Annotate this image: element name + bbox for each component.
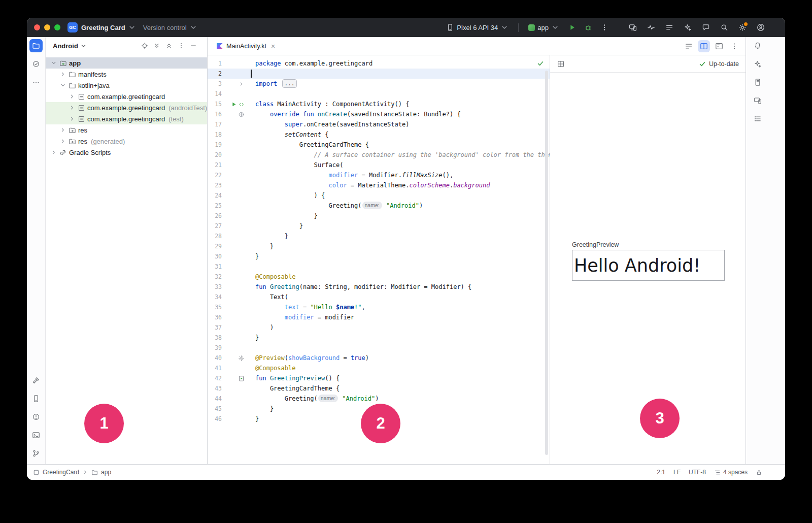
tab-mainactivity[interactable]: MainActivity.kt × — [212, 37, 280, 55]
code-view-button[interactable] — [683, 40, 695, 52]
line-separator[interactable]: LF — [673, 469, 681, 476]
build-button[interactable] — [29, 374, 43, 387]
breadcrumb-project[interactable]: GreetingCard — [43, 469, 79, 476]
minimize-button[interactable] — [44, 24, 50, 30]
search-button[interactable] — [717, 20, 731, 35]
code-line[interactable]: 25 Greeting(name: "Android") — [208, 201, 550, 211]
commit-button[interactable] — [29, 57, 43, 71]
run-button[interactable] — [565, 20, 579, 35]
debug-button[interactable] — [581, 20, 595, 35]
code-line[interactable]: 15class MainActivity : ComponentActivity… — [208, 99, 550, 109]
chevron-right-icon[interactable] — [69, 93, 76, 100]
assistant-button[interactable] — [751, 57, 764, 71]
code-line[interactable]: 23 color = MaterialTheme.colorScheme.bac… — [208, 180, 550, 190]
cursor-position[interactable]: 2:1 — [657, 469, 665, 476]
problems-button[interactable] — [29, 410, 43, 423]
code-line[interactable]: 40@Preview(showBackground = true) — [208, 353, 550, 363]
device-explorer-button[interactable] — [751, 76, 764, 89]
code-line[interactable]: 28 } — [208, 231, 550, 241]
expand-all-button[interactable] — [151, 40, 162, 51]
tree-item-res[interactable]: res — [46, 124, 207, 136]
ai-assistant-button[interactable] — [681, 20, 695, 35]
chevron-right-icon[interactable] — [59, 138, 66, 145]
tree-item-app[interactable]: app — [46, 57, 207, 69]
code-line[interactable]: 38} — [208, 333, 550, 343]
feedback-button[interactable] — [699, 20, 713, 35]
chevron-down-icon[interactable] — [59, 82, 66, 89]
tree-item-kotlin-java[interactable]: kotlin+java — [46, 80, 207, 91]
chevron-right-icon[interactable] — [59, 126, 66, 134]
code-line[interactable]: 32@Composable — [208, 272, 550, 282]
running-devices-button[interactable] — [751, 94, 764, 107]
settings-button[interactable] — [735, 20, 750, 35]
chevron-right-icon[interactable] — [50, 149, 57, 156]
code-line[interactable]: 21 Surface( — [208, 160, 550, 170]
code-line[interactable]: 30} — [208, 251, 550, 262]
hide-button[interactable] — [188, 40, 199, 51]
code-line[interactable]: 24 ) { — [208, 190, 550, 201]
project-button[interactable] — [29, 39, 43, 52]
logcat-button[interactable] — [751, 112, 764, 125]
tree-item-com-example-greetingcard[interactable]: com.example.greetingcard(test) — [46, 113, 207, 124]
code-line[interactable]: 31 — [208, 262, 550, 272]
fold-icon[interactable] — [238, 81, 245, 87]
chevron-right-icon[interactable] — [69, 115, 76, 122]
project-menu[interactable]: Greeting Card — [78, 21, 140, 34]
device-selector[interactable]: Pixel 6 API 34 — [443, 21, 512, 34]
file-encoding[interactable]: UTF-8 — [689, 469, 706, 476]
tree-item-gradle-scripts[interactable]: Gradle Scripts — [46, 147, 207, 158]
tree-item-com-example-greetingcard[interactable]: com.example.greetingcard — [46, 91, 207, 102]
code-line[interactable]: 1package com.example.greetingcard — [208, 58, 550, 69]
code-line[interactable]: 16 override fun onCreate(savedInstanceSt… — [208, 109, 550, 119]
run-preview-icon[interactable] — [238, 375, 245, 382]
collapse-all-button[interactable] — [163, 40, 175, 51]
run-icon[interactable] — [230, 101, 237, 108]
device-mirror-button[interactable] — [626, 20, 640, 35]
locate-button[interactable] — [139, 40, 150, 51]
code-line[interactable]: 27 } — [208, 221, 550, 231]
chevron-right-icon[interactable] — [59, 71, 66, 78]
profiler-button[interactable] — [644, 20, 658, 35]
indent-setting[interactable]: 4 spaces — [714, 469, 748, 476]
code-line[interactable]: 20 // A surface container using the 'bac… — [208, 150, 550, 160]
code-line[interactable]: 33fun Greeting(name: String, modifier: M… — [208, 282, 550, 292]
code-line[interactable]: 36 modifier = modifier — [208, 312, 550, 322]
code-line[interactable]: 19 GreetingCardTheme { — [208, 140, 550, 150]
editor-scrollbar[interactable] — [545, 71, 548, 455]
override-icon[interactable] — [238, 111, 245, 118]
code-icon[interactable] — [238, 101, 245, 108]
code-line[interactable]: 34 Text( — [208, 292, 550, 302]
code-line[interactable]: 35 text = "Hello $name!", — [208, 302, 550, 312]
split-view-button[interactable] — [698, 40, 710, 52]
code-line[interactable]: 44 Greeting(name: "Android") — [208, 394, 550, 404]
inspections-ok-icon[interactable] — [536, 59, 545, 68]
code-line[interactable]: 42fun GreetingPreview() { — [208, 373, 550, 383]
version-control-menu[interactable]: Version control — [140, 21, 201, 34]
zoom-button[interactable] — [54, 24, 60, 30]
tree-item-com-example-greetingcard[interactable]: com.example.greetingcard(androidTest) — [46, 102, 207, 113]
close-button[interactable] — [34, 24, 40, 30]
tree-item-res[interactable]: res(generated) — [46, 136, 207, 147]
more-actions-button[interactable] — [597, 20, 612, 35]
version-control-button[interactable] — [29, 447, 43, 460]
code-line[interactable]: 26 } — [208, 211, 550, 221]
code-line[interactable]: 18 setContent { — [208, 129, 550, 140]
breadcrumb-module[interactable]: app — [101, 469, 111, 476]
gear-icon[interactable] — [238, 355, 245, 362]
code-line[interactable]: 3import ... — [208, 79, 550, 89]
code-line[interactable]: 39 — [208, 343, 550, 353]
design-view-button[interactable] — [713, 40, 725, 52]
preview-frame[interactable]: Hello Android! — [572, 250, 725, 281]
more-tool-windows-button[interactable] — [29, 76, 43, 89]
code-editor[interactable]: 1package com.example.greetingcard23impor… — [208, 55, 550, 464]
todo-button[interactable] — [662, 20, 676, 35]
terminal-button[interactable] — [29, 429, 43, 442]
code-line[interactable]: 37 ) — [208, 322, 550, 333]
code-line[interactable]: 22 modifier = Modifier.fillMaxSize(), — [208, 170, 550, 180]
run-configuration-selector[interactable]: app — [525, 21, 563, 34]
code-line[interactable]: 14 — [208, 89, 550, 99]
avatar[interactable] — [754, 20, 768, 35]
code-line[interactable]: 29 } — [208, 241, 550, 251]
code-line[interactable]: 2 — [208, 69, 550, 79]
chevron-down-icon[interactable] — [50, 59, 57, 67]
